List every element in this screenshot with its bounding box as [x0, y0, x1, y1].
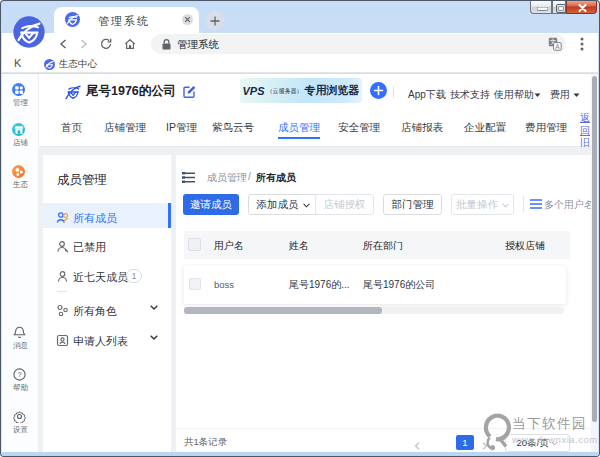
svg-text:A: A	[555, 43, 560, 50]
svg-text:?: ?	[17, 370, 21, 379]
